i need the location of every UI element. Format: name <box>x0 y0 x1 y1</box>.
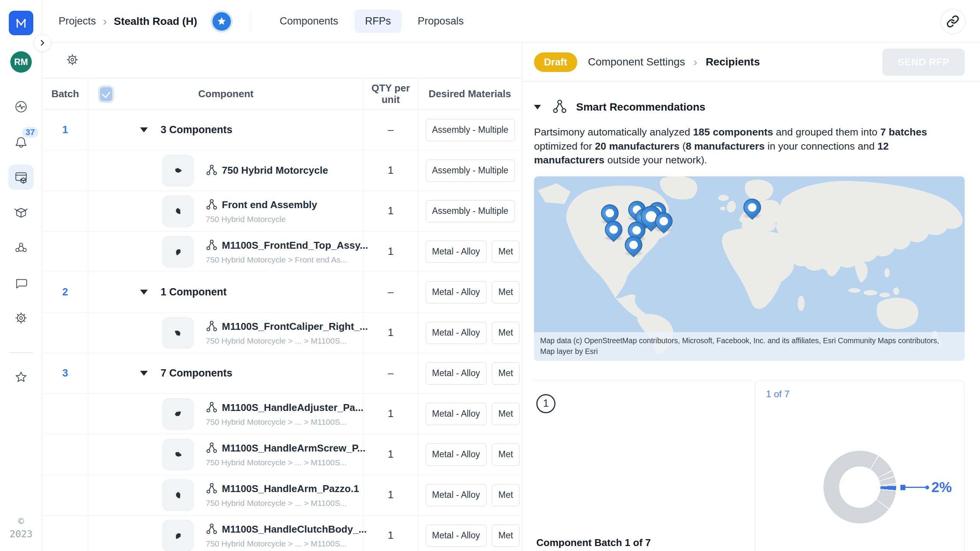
batch-number[interactable]: 1 <box>62 124 68 135</box>
callout-dot-icon <box>925 486 929 489</box>
material-chip[interactable]: Metal - Alloy <box>426 322 487 344</box>
materials-cell: Metal - AlloyMet <box>418 434 522 475</box>
component-name[interactable]: M1100S_FrontEnd_Top_Assy... <box>222 240 368 251</box>
column-header-batch: Batch <box>42 78 88 110</box>
batch-group-row[interactable]: 37 Components–Metal - AlloyMet <box>42 353 522 394</box>
component-name[interactable]: M1100S_HandleArm_Pazzo.1 <box>222 483 359 495</box>
app-window: RM 37 <box>0 0 980 551</box>
manufacturers-map[interactable]: Map data (c) OpenStreetMap contributors,… <box>534 176 965 361</box>
materials-cell: Metal - AlloyMet <box>418 272 522 313</box>
component-hierarchy-icon <box>206 164 217 177</box>
component-name[interactable]: M1100S_HandleAdjuster_Pa... <box>222 402 364 414</box>
star-icon[interactable] <box>8 364 34 390</box>
rfp-panel-header: Draft Component Settings › Recipients SE… <box>522 43 980 82</box>
component-row[interactable]: M1100S_HandleAdjuster_Pa...750 Hybrid Mo… <box>42 394 522 434</box>
tab-components[interactable]: Components <box>269 10 349 33</box>
materials-cell: Metal - AlloyMet <box>418 515 522 551</box>
materials-cell: Assembly - Multiple <box>418 110 522 150</box>
component-name[interactable]: Front end Assembly <box>222 199 317 211</box>
header-divider <box>251 12 252 31</box>
materials-cell: Assembly - Multiple <box>418 150 522 191</box>
map-pin-icon[interactable] <box>605 221 622 238</box>
material-chip[interactable]: Met <box>492 525 519 547</box>
material-chip[interactable]: Assembly - Multiple <box>426 200 515 222</box>
material-chip[interactable]: Met <box>492 443 519 466</box>
tab-rfps[interactable]: RFPs <box>354 10 402 33</box>
material-chip[interactable]: Met <box>492 281 519 303</box>
qty-value: – <box>364 110 418 150</box>
tab-proposals[interactable]: Proposals <box>407 10 474 33</box>
component-path: 750 Hybrid Motorcycle > ... > M1100S... <box>206 458 364 467</box>
avatar[interactable]: RM <box>10 51 32 73</box>
material-chip[interactable]: Metal - Alloy <box>426 403 487 425</box>
map-pin-icon[interactable] <box>601 204 619 222</box>
select-all-checkbox[interactable] <box>100 87 112 101</box>
collapse-caret-icon[interactable] <box>140 371 148 376</box>
breadcrumb-projects[interactable]: Projects <box>59 15 96 27</box>
component-row[interactable]: 750 Hybrid Motorcycle1Assembly - Multipl… <box>42 150 522 191</box>
map-pin-icon[interactable] <box>655 212 673 230</box>
material-chip[interactable]: Met <box>492 484 519 506</box>
component-row[interactable]: M1100S_HandleArmScrew_P...750 Hybrid Mot… <box>42 434 522 475</box>
material-chip[interactable]: Met <box>492 362 519 385</box>
map-pin-icon[interactable] <box>625 236 642 254</box>
smart-recommendations-header[interactable]: Smart Recommendations <box>534 99 965 115</box>
component-row[interactable]: M1100S_FrontCaliper_Right_...750 Hybrid … <box>42 313 522 353</box>
material-chip[interactable]: Assembly - Multiple <box>426 119 515 141</box>
material-chip[interactable]: Metal - Alloy <box>426 525 487 547</box>
collapse-sidebar-button[interactable] <box>34 34 51 52</box>
component-thumbnail <box>162 520 194 551</box>
batch-chart-card: 1 of 7 2% <box>755 380 965 551</box>
component-name[interactable]: 750 Hybrid Motorcycle <box>222 165 328 176</box>
component-name[interactable]: M1100S_HandleClutchBody_... <box>222 523 367 535</box>
material-chip[interactable]: Met <box>492 322 519 344</box>
material-chip[interactable]: Met <box>492 241 519 263</box>
component-hierarchy-icon <box>206 523 217 536</box>
component-row[interactable]: M1100S_HandleArm_Pazzo.1750 Hybrid Motor… <box>42 475 522 515</box>
material-chip[interactable]: Assembly - Multiple <box>426 160 515 182</box>
qty-value: – <box>364 353 418 394</box>
qty-value: 1 <box>364 231 418 272</box>
component-thumbnail <box>162 317 194 349</box>
send-rfp-button[interactable]: SEND RFP <box>882 49 965 76</box>
component-name[interactable]: M1100S_HandleArmScrew_P... <box>222 442 366 454</box>
materials-cell: Metal - AlloyMet <box>418 231 522 272</box>
projects-icon[interactable] <box>8 165 34 190</box>
activity-icon[interactable] <box>8 94 34 119</box>
network-icon[interactable] <box>8 235 34 260</box>
material-chip[interactable]: Metal - Alloy <box>426 484 487 506</box>
material-chip[interactable]: Metal - Alloy <box>426 281 487 303</box>
map-pin-icon[interactable] <box>743 199 761 216</box>
batch-group-row[interactable]: 21 Component–Metal - AlloyMet <box>42 272 522 313</box>
section-caret-icon[interactable] <box>534 105 541 109</box>
material-chip[interactable]: Met <box>492 403 519 425</box>
breadcrumb-component-settings[interactable]: Component Settings <box>588 56 685 68</box>
collapse-caret-icon[interactable] <box>140 290 148 295</box>
material-chip[interactable]: Metal - Alloy <box>426 443 487 466</box>
materials-cell: Metal - AlloyMet <box>418 353 522 394</box>
component-row[interactable]: M1100S_FrontEnd_Top_Assy...750 Hybrid Mo… <box>42 231 522 272</box>
chat-icon[interactable] <box>8 270 34 295</box>
table-settings-gear-icon[interactable] <box>64 51 81 70</box>
component-thumbnail <box>162 479 194 511</box>
favorite-star-icon[interactable] <box>212 12 231 31</box>
box-icon[interactable] <box>8 200 34 225</box>
partsimony-logo-icon[interactable] <box>9 11 33 35</box>
collapse-caret-icon[interactable] <box>140 127 148 132</box>
batch-number[interactable]: 2 <box>62 286 68 298</box>
batch-number[interactable]: 3 <box>62 367 68 379</box>
share-link-button[interactable] <box>940 9 965 34</box>
donut-percent-label: 2% <box>931 479 952 496</box>
component-row[interactable]: M1100S_HandleClutchBody_...750 Hybrid Mo… <box>42 515 522 551</box>
component-row[interactable]: Front end Assembly750 Hybrid Motorcycle1… <box>42 191 522 231</box>
component-thumbnail <box>162 155 194 186</box>
component-path: 750 Hybrid Motorcycle > Front end As... <box>206 255 364 264</box>
material-chip[interactable]: Metal - Alloy <box>426 362 487 385</box>
batch-detail-section: 1 Component Batch 1 of 7 1 of 7 2% <box>534 380 965 551</box>
material-chip[interactable]: Metal - Alloy <box>426 241 487 263</box>
bell-icon[interactable]: 37 <box>8 129 34 155</box>
gear-icon[interactable] <box>8 305 34 331</box>
component-name[interactable]: M1100S_FrontCaliper_Right_... <box>222 321 368 333</box>
batch-group-row[interactable]: 13 Components–Assembly - Multiple <box>42 110 522 150</box>
callout-line <box>905 487 925 488</box>
